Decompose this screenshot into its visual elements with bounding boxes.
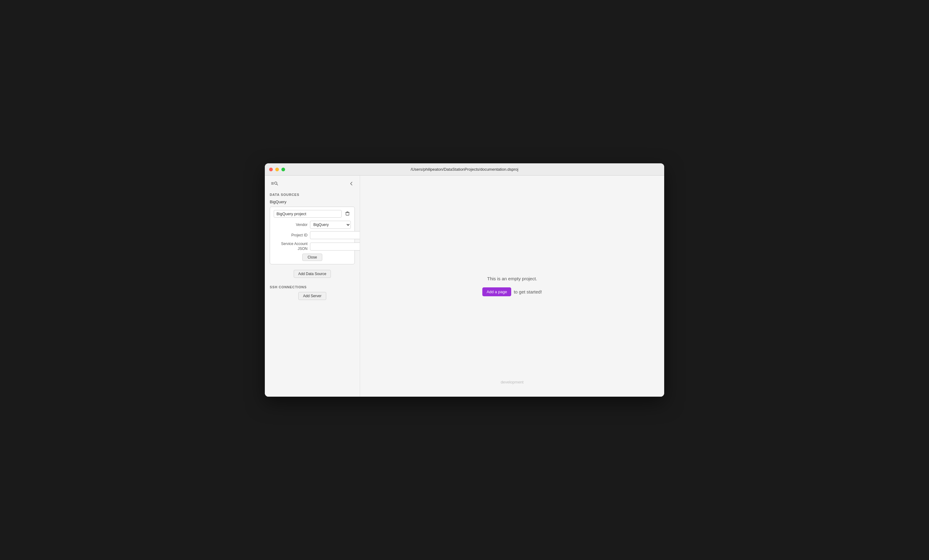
project-id-label: Project ID (274, 233, 308, 237)
vendor-row: Vendor BigQuery PostgreSQL MySQL SQLite … (274, 221, 351, 229)
add-server-button[interactable]: Add Server (298, 292, 326, 300)
development-label: development (501, 380, 523, 384)
vendor-select[interactable]: BigQuery PostgreSQL MySQL SQLite Snowfla… (310, 221, 351, 229)
traffic-lights (269, 168, 285, 171)
title-bar: /Users/philipeaton/DataStationProjects/d… (265, 163, 664, 176)
collapse-sidebar-button[interactable] (348, 180, 355, 187)
datasource-type-label: BigQuery (270, 200, 355, 204)
sidebar: ≡⁠ DATA SOURCES BigQuery (265, 176, 360, 397)
svg-rect-2 (346, 213, 349, 215)
empty-state: This is an empty project. Add a page to … (482, 276, 542, 296)
datasource-name-input[interactable] (274, 210, 342, 218)
svg-line-1 (276, 184, 278, 185)
ssh-connections-section: SSH CONNECTIONS Add Server (270, 285, 355, 302)
service-account-label: Service Account JSON (274, 242, 308, 251)
project-id-row: Project ID (274, 231, 351, 239)
datasource-header (274, 210, 351, 218)
search-menu-button[interactable]: ≡⁠ (270, 179, 280, 188)
service-account-row: Service Account JSON (274, 242, 351, 251)
vendor-label: Vendor (274, 223, 308, 227)
project-id-input[interactable] (310, 231, 360, 239)
datasource-card: Vendor BigQuery PostgreSQL MySQL SQLite … (270, 207, 355, 264)
chevron-left-icon (349, 181, 354, 186)
ssh-connections-label: SSH CONNECTIONS (270, 285, 355, 289)
sidebar-top-bar: ≡⁠ (270, 179, 355, 188)
search-menu-icon: ≡⁠ (271, 181, 273, 187)
main-content: This is an empty project. Add a page to … (360, 176, 664, 397)
close-window-button[interactable] (269, 168, 273, 171)
to-get-started-text: to get started! (514, 289, 542, 294)
minimize-window-button[interactable] (275, 168, 279, 171)
empty-state-action-row: Add a page to get started! (482, 288, 542, 296)
add-data-source-button[interactable]: Add Data Source (294, 270, 331, 278)
app-window: /Users/philipeaton/DataStationProjects/d… (265, 163, 664, 397)
window-title: /Users/philipeaton/DataStationProjects/d… (411, 167, 518, 171)
empty-state-text: This is an empty project. (487, 276, 537, 281)
maximize-window-button[interactable] (281, 168, 285, 171)
data-sources-section-label: DATA SOURCES (270, 193, 355, 196)
add-page-button[interactable]: Add a page (482, 288, 512, 296)
trash-icon (345, 211, 350, 216)
app-body: ≡⁠ DATA SOURCES BigQuery (265, 176, 664, 397)
close-datasource-button[interactable]: Close (302, 254, 322, 261)
search-icon (274, 181, 279, 186)
service-account-input[interactable] (310, 243, 360, 251)
delete-datasource-button[interactable] (344, 211, 351, 217)
